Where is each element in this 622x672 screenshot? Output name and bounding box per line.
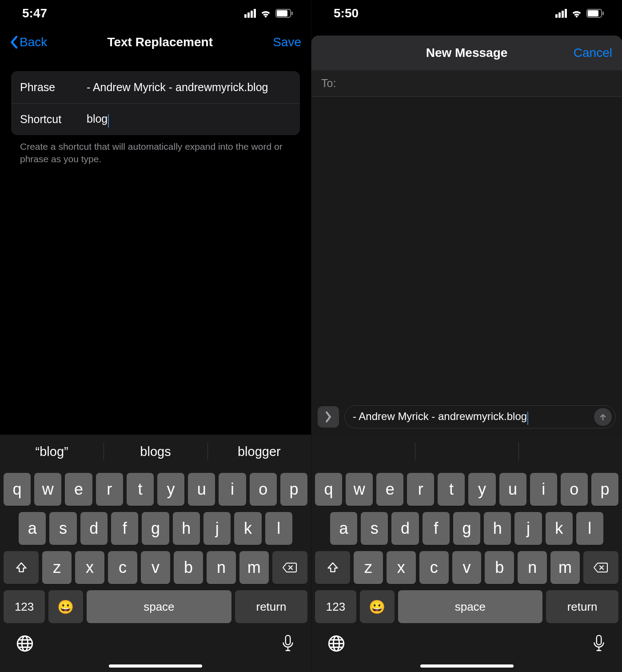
key-c[interactable]: c	[419, 551, 449, 584]
key-i[interactable]: i	[219, 473, 246, 506]
key-z[interactable]: z	[354, 551, 383, 584]
key-u[interactable]: u	[188, 473, 215, 506]
shift-icon	[15, 561, 28, 574]
key-s[interactable]: s	[49, 512, 76, 545]
key-l[interactable]: l	[265, 512, 292, 545]
page-title: Text Replacement	[107, 35, 213, 49]
battery-icon	[586, 9, 604, 18]
key-j[interactable]: j	[203, 512, 231, 545]
key-q[interactable]: q	[4, 473, 31, 506]
key-f[interactable]: f	[111, 512, 138, 545]
suggestion-2[interactable]	[518, 435, 622, 468]
key-r[interactable]: r	[96, 473, 123, 506]
key-e[interactable]: e	[65, 473, 92, 506]
key-return[interactable]: return	[235, 590, 307, 623]
key-x[interactable]: x	[75, 551, 104, 584]
key-return[interactable]: return	[546, 590, 618, 623]
key-s[interactable]: s	[361, 512, 388, 545]
phrase-row[interactable]: Phrase - Andrew Myrick - andrewmyrick.bl…	[11, 71, 300, 103]
delete-icon	[593, 562, 608, 573]
shortcut-field[interactable]: blog	[87, 112, 291, 126]
key-space[interactable]: space	[87, 590, 231, 623]
form: Phrase - Andrew Myrick - andrewmyrick.bl…	[0, 58, 311, 166]
text-caret	[108, 114, 109, 128]
key-123[interactable]: 123	[4, 590, 45, 623]
apps-button[interactable]	[318, 406, 339, 428]
message-body[interactable]: - Andrew Myrick - andrewmyrick.blog	[311, 97, 622, 435]
globe-icon[interactable]	[16, 635, 34, 652]
arrow-up-icon	[598, 412, 607, 421]
home-indicator[interactable]	[109, 664, 202, 668]
phrase-field[interactable]: - Andrew Myrick - andrewmyrick.blog	[87, 81, 291, 94]
key-g[interactable]: g	[142, 512, 169, 545]
back-button[interactable]: Back	[10, 35, 47, 49]
send-button[interactable]	[594, 408, 612, 426]
suggestion-0[interactable]: “blog”	[0, 435, 104, 468]
key-123[interactable]: 123	[315, 590, 356, 623]
key-b[interactable]: b	[485, 551, 514, 584]
key-n[interactable]: n	[207, 551, 236, 584]
key-v[interactable]: v	[141, 551, 170, 584]
mic-icon[interactable]	[281, 634, 295, 653]
suggestion-1[interactable]	[415, 435, 518, 468]
svg-rect-8	[602, 12, 604, 15]
key-a[interactable]: a	[19, 512, 46, 545]
key-delete[interactable]	[272, 551, 307, 584]
shortcut-row[interactable]: Shortcut blog	[11, 103, 300, 135]
cellular-icon	[244, 9, 256, 18]
suggestion-2[interactable]: blogger	[207, 435, 311, 468]
key-shift[interactable]	[4, 551, 39, 584]
key-k[interactable]: k	[546, 512, 573, 545]
to-field[interactable]: To:	[311, 70, 622, 97]
key-p[interactable]: p	[591, 473, 618, 506]
key-d[interactable]: d	[391, 512, 419, 545]
suggestion-0[interactable]	[311, 435, 415, 468]
key-e[interactable]: e	[376, 473, 403, 506]
suggestion-1[interactable]: blogs	[104, 435, 207, 468]
key-c[interactable]: c	[108, 551, 137, 584]
key-shift[interactable]	[315, 551, 350, 584]
key-d[interactable]: d	[80, 512, 108, 545]
key-emoji[interactable]: 😀	[360, 590, 395, 623]
key-h[interactable]: h	[173, 512, 200, 545]
key-x[interactable]: x	[387, 551, 416, 584]
save-button[interactable]: Save	[273, 35, 301, 49]
key-i[interactable]: i	[530, 473, 557, 506]
key-t[interactable]: t	[438, 473, 465, 506]
key-w[interactable]: w	[34, 473, 61, 506]
key-p[interactable]: p	[280, 473, 307, 506]
key-b[interactable]: b	[174, 551, 203, 584]
key-m[interactable]: m	[550, 551, 580, 584]
key-o[interactable]: o	[250, 473, 277, 506]
globe-icon[interactable]	[327, 635, 345, 652]
svg-rect-1	[277, 10, 287, 16]
key-t[interactable]: t	[127, 473, 154, 506]
key-w[interactable]: w	[346, 473, 373, 506]
key-m[interactable]: m	[239, 551, 269, 584]
message-input[interactable]: - Andrew Myrick - andrewmyrick.blog	[344, 405, 616, 428]
key-j[interactable]: j	[514, 512, 542, 545]
key-h[interactable]: h	[484, 512, 511, 545]
key-f[interactable]: f	[423, 512, 450, 545]
key-g[interactable]: g	[453, 512, 480, 545]
key-n[interactable]: n	[518, 551, 547, 584]
key-o[interactable]: o	[561, 473, 588, 506]
key-u[interactable]: u	[499, 473, 526, 506]
back-label: Back	[20, 35, 47, 49]
key-v[interactable]: v	[452, 551, 482, 584]
cancel-button[interactable]: Cancel	[574, 46, 612, 60]
key-emoji[interactable]: 😀	[48, 590, 83, 623]
key-q[interactable]: q	[315, 473, 342, 506]
key-delete[interactable]	[583, 551, 618, 584]
key-y[interactable]: y	[468, 473, 495, 506]
key-space[interactable]: space	[398, 590, 543, 623]
key-a[interactable]: a	[330, 512, 357, 545]
key-r[interactable]: r	[407, 473, 434, 506]
home-indicator[interactable]	[420, 664, 514, 668]
key-l[interactable]: l	[576, 512, 603, 545]
key-z[interactable]: z	[42, 551, 72, 584]
mic-icon[interactable]	[592, 634, 606, 653]
key-y[interactable]: y	[157, 473, 184, 506]
key-k[interactable]: k	[234, 512, 261, 545]
chevron-left-icon	[10, 36, 18, 49]
